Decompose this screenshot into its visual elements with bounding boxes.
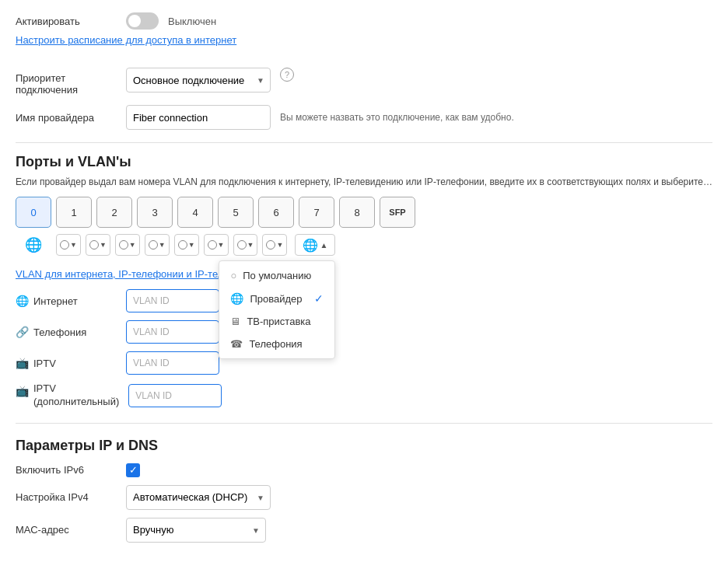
vlan-iptv-input[interactable]: [126, 351, 219, 375]
sfp-globe-dropdown-btn[interactable]: 🌐 ▲: [295, 234, 335, 256]
chevron-down-icon: ▼: [188, 241, 195, 249]
vlan-phone-row: 🔗 Телефония: [16, 320, 712, 344]
vlan-internet-input[interactable]: [126, 289, 219, 312]
ports-section: Порты и VLAN'ы Если провайдер выдал вам …: [16, 154, 712, 409]
vlan-internet-icon: 🌐: [16, 295, 29, 307]
activate-label: Активировать: [16, 16, 117, 27]
port-7-select[interactable]: ▼: [233, 234, 258, 256]
vlan-phone-input[interactable]: [126, 320, 219, 344]
port-btn-0[interactable]: 0: [16, 197, 51, 228]
sfp-chevron-up-icon: ▲: [320, 241, 327, 250]
port-btn-3[interactable]: 3: [137, 197, 173, 228]
activate-toggle[interactable]: [126, 12, 159, 30]
vlan-internet-label: 🌐 Интернет: [16, 295, 117, 307]
vlan-iptv-extra-row: 📺 IPTV(дополнительный): [16, 382, 712, 409]
vlan-phone-label: 🔗 Телефония: [16, 326, 117, 338]
port-btn-7[interactable]: 7: [299, 197, 334, 228]
sfp-dropdown-container: 🌐 ▲ ○ По умолчанию 🌐 Провайдер ✓ �: [295, 234, 335, 256]
circle-icon: [119, 240, 128, 250]
mac-select[interactable]: Вручную Автоматически ▼: [126, 518, 266, 543]
connection-priority-select[interactable]: Основное подключение Резервное подключен…: [126, 68, 271, 93]
circle-icon: [89, 240, 99, 250]
dropdown-item-default-label: По умолчанию: [243, 270, 311, 281]
connection-priority-label: Приоритетподключения: [16, 68, 117, 96]
toggle-state-label: Выключен: [168, 16, 216, 27]
ipv6-label: Включить IPv6: [16, 464, 117, 476]
provider-name-label: Имя провайдера: [16, 112, 117, 124]
chevron-down-icon: ▼: [159, 241, 166, 249]
dropdown-globe-icon: 🌐: [230, 292, 243, 305]
vlan-iptv-extra-icon: 📺: [16, 384, 29, 398]
chevron-down-icon: ▼: [218, 241, 225, 249]
sfp-dropdown-menu: ○ По умолчанию 🌐 Провайдер ✓ 🖥 ТВ-приста…: [219, 260, 335, 359]
dropdown-item-default[interactable]: ○ По умолчанию: [219, 264, 334, 287]
circle-icon: [60, 240, 69, 250]
mac-label: МАС-адрес: [16, 524, 117, 536]
provider-name-hint: Вы можете назвать это подключение, как в…: [280, 112, 514, 123]
port-btn-5[interactable]: 5: [218, 197, 254, 228]
chevron-down-icon: ▼: [129, 241, 136, 249]
port-icons-row: 🌐 ▼ ▼ ▼ ▼ ▼: [16, 234, 712, 256]
circle-icon: [178, 240, 187, 250]
dropdown-item-phone-label: Телефония: [249, 338, 302, 350]
port-btn-8[interactable]: 8: [339, 197, 375, 228]
port-btn-sfp[interactable]: SFP: [380, 197, 415, 228]
ip-dns-section: Параметры IP и DNS Включить IPv6 ✓ Настр…: [16, 438, 712, 543]
phone-icon: ☎: [230, 338, 243, 350]
checkmark-icon: ✓: [314, 292, 324, 305]
port-btn-6[interactable]: 6: [258, 197, 294, 228]
port-btn-4[interactable]: 4: [177, 197, 213, 228]
chevron-down-icon: ▼: [70, 241, 77, 249]
ipv4-select[interactable]: Автоматическая (DHCP) Статическая ▼: [126, 485, 271, 510]
vlan-iptv-extra-label: 📺 IPTV(дополнительный): [16, 382, 119, 409]
vlan-iptv-row: 📺 IPTV: [16, 351, 712, 375]
chevron-down-icon: ▼: [276, 241, 283, 249]
port-6-select[interactable]: ▼: [204, 234, 229, 256]
dropdown-item-tv-label: ТВ-приставка: [247, 316, 310, 327]
circle-icon: [237, 240, 247, 250]
chevron-down-icon: ▼: [100, 241, 107, 249]
ipv6-checkbox[interactable]: ✓: [126, 463, 140, 477]
ip-dns-title: Параметры IP и DNS: [16, 438, 712, 454]
port-btn-2[interactable]: 2: [96, 197, 132, 228]
port-btn-1[interactable]: 1: [56, 197, 92, 228]
port-4-select[interactable]: ▼: [145, 234, 170, 256]
dropdown-item-phone[interactable]: ☎ Телефония: [219, 333, 334, 355]
check-icon: ✓: [129, 465, 138, 475]
vlan-rows: 🌐 Интернет 🔗 Телефония 📺 IPTV: [16, 289, 712, 409]
port-5-select[interactable]: ▼: [174, 234, 199, 256]
schedule-link[interactable]: Настроить расписание для доступа в интер…: [16, 34, 236, 46]
vlan-phone-icon: 🔗: [16, 326, 29, 338]
port-3-select[interactable]: ▼: [115, 234, 140, 256]
port-1-select[interactable]: ▼: [56, 234, 81, 256]
port-2-select[interactable]: ▼: [86, 234, 110, 256]
dropdown-item-provider[interactable]: 🌐 Провайдер ✓: [219, 287, 334, 310]
ipv4-label: Настройка IPv4: [16, 491, 117, 503]
dropdown-item-provider-label: Провайдер: [250, 293, 302, 305]
help-icon[interactable]: ?: [280, 68, 294, 82]
vlan-iptv-icon: 📺: [16, 357, 29, 369]
vlan-iptv-extra-input[interactable]: [128, 384, 222, 407]
globe-icon: 🌐: [25, 236, 42, 253]
port-0-icon-cell: 🌐: [16, 236, 51, 253]
port-8-select[interactable]: ▼: [262, 234, 287, 256]
ports-section-desc: Если провайдер выдал вам номера VLAN для…: [16, 176, 712, 187]
ports-row: 0 1 2 3 4 5 6 7 8 SFP: [16, 197, 712, 228]
vlan-iptv-label: 📺 IPTV: [16, 357, 117, 369]
circle-icon: [208, 240, 217, 250]
circle-icon: [266, 240, 275, 250]
tv-icon: 🖥: [230, 316, 240, 327]
chevron-down-icon: ▼: [247, 241, 254, 249]
provider-name-input[interactable]: [126, 105, 271, 130]
dropdown-item-tv[interactable]: 🖥 ТВ-приставка: [219, 310, 334, 333]
sfp-globe-icon: 🌐: [303, 238, 318, 253]
circle-outline-icon: ○: [230, 270, 236, 281]
circle-icon: [149, 240, 158, 250]
ports-section-title: Порты и VLAN'ы: [16, 154, 712, 170]
vlan-internet-row: 🌐 Интернет: [16, 289, 712, 312]
